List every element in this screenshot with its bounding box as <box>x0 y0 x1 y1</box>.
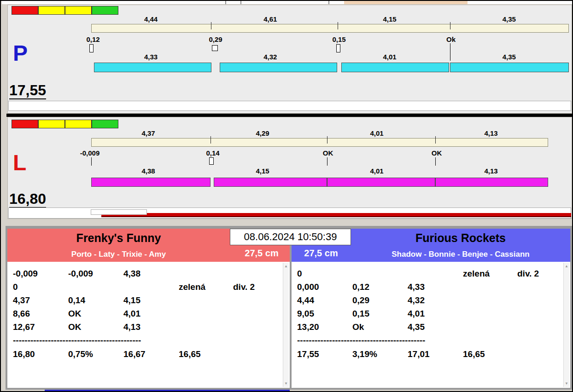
result-separator: ----------------------------------------… <box>297 334 564 347</box>
cell: zelená <box>179 280 233 294</box>
lane-l-bar-segment <box>214 178 327 187</box>
team-left-panel: Frenky's Funny Porto - Laty - Trixie - A… <box>7 229 290 388</box>
cell: 0,000 <box>297 280 352 294</box>
bar-tick <box>210 136 211 144</box>
lane-l-label: L <box>13 152 26 174</box>
segment-time: 4,61 <box>210 15 330 23</box>
exchange-value: OK <box>428 149 445 157</box>
cell: 4,44 <box>297 294 352 307</box>
segment-time: 4,13 <box>434 167 548 175</box>
cell <box>352 267 408 280</box>
team-right-panel: Furious Rockets 27,5 cm Shadow - Bonnie … <box>292 229 570 388</box>
cell <box>463 280 517 294</box>
lane-l-top-split-times: 4,37 4,29 4,01 4,13 <box>91 129 548 137</box>
cell <box>68 280 123 294</box>
status-light-yellow <box>38 120 65 128</box>
cell: 4,01 <box>408 307 463 320</box>
cell: zelená <box>463 267 517 280</box>
cell: 4,13 <box>123 320 179 334</box>
result-row: 0,0000,124,33 <box>297 280 564 294</box>
team-right-scrollbar[interactable]: ▲ ▼ <box>563 263 569 387</box>
team-right-name: Furious Rockets <box>351 231 570 245</box>
cell: Ok <box>352 320 408 334</box>
cell: 16,65 <box>463 347 517 361</box>
team-right-dogs: Shadow - Bonnie - Benjee - Cassiann <box>351 250 570 259</box>
exchange-value: 0,29 <box>205 35 226 43</box>
cell: 4,15 <box>123 294 179 307</box>
lane-l-status-lights <box>12 120 118 128</box>
segment-time: 4,29 <box>205 129 320 137</box>
cell: 0,15 <box>352 307 408 320</box>
cell: 0 <box>297 267 352 280</box>
cell <box>517 307 564 320</box>
top-tab-mark <box>240 1 241 4</box>
cell: 4,01 <box>123 307 179 320</box>
cell: 16,80 <box>13 347 68 361</box>
cell: OK <box>68 320 123 334</box>
scroll-down-icon[interactable]: ▼ <box>565 381 568 386</box>
cell <box>233 320 283 334</box>
lane-l-bottom-split-times: 4,38 4,15 4,01 4,13 <box>91 167 548 175</box>
bar-tick <box>211 22 211 29</box>
lane-p-bar-segment <box>220 63 337 72</box>
team-left-height-badge: 27,5 cm <box>236 248 287 259</box>
result-row: -0,009-0,0094,38 <box>13 267 283 280</box>
scroll-up-icon[interactable]: ▲ <box>284 264 288 268</box>
cell: 16,67 <box>123 347 179 361</box>
cell <box>517 294 564 307</box>
cell <box>463 320 517 334</box>
cell <box>233 294 283 307</box>
cell: 4,37 <box>13 294 68 307</box>
bar-tick <box>338 22 338 29</box>
exchange-marker <box>209 157 214 165</box>
cell <box>463 307 517 320</box>
top-tab-mark <box>328 1 329 4</box>
cell: 0,29 <box>352 294 408 307</box>
exchange-ok-line <box>91 157 92 166</box>
status-light-green <box>92 6 118 15</box>
status-light-yellow <box>38 6 65 15</box>
segment-time: 4,38 <box>91 167 205 175</box>
team-left-name: Frenky's Funny <box>7 231 230 245</box>
segment-time: 4,37 <box>91 129 205 137</box>
cell: 17,01 <box>408 347 463 361</box>
scroll-up-icon[interactable]: ▲ <box>565 264 568 268</box>
bottom-accent-bar <box>45 390 290 392</box>
cell <box>517 280 564 294</box>
cell: 0,75% <box>68 347 123 361</box>
segment-time: 4,32 <box>210 53 330 61</box>
cell <box>463 294 517 307</box>
cell <box>179 320 233 334</box>
cell <box>123 280 179 294</box>
team-left-scrollbar[interactable]: ▲ ▼ <box>283 263 289 387</box>
lane-l-bar-segment <box>327 178 435 187</box>
result-row: 12,67OK4,13 <box>13 320 283 334</box>
result-row: 9,050,154,01 <box>297 307 564 320</box>
cell <box>233 307 283 320</box>
top-tab-mark <box>225 1 226 4</box>
cell: 0,14 <box>68 294 123 307</box>
cell: 0,12 <box>352 280 408 294</box>
exchange-marker <box>336 44 340 52</box>
segment-time: 4,33 <box>91 53 210 61</box>
segment-time: 4,15 <box>330 15 450 23</box>
cell: -0,009 <box>13 267 68 280</box>
segment-time: 4,44 <box>91 15 210 23</box>
exchange-marker <box>89 44 94 52</box>
cell <box>233 267 283 280</box>
cell: 9,05 <box>297 307 352 320</box>
cell <box>179 294 233 307</box>
lane-p-top-bar <box>91 24 569 33</box>
status-light-red <box>12 120 38 128</box>
bar-tick <box>435 136 436 144</box>
status-light-red <box>12 6 38 15</box>
exchange-value: OK <box>320 149 336 157</box>
race-timestamp: 08.06.2024 10:50:39 <box>230 229 351 245</box>
lane-p-status-lights <box>12 6 118 15</box>
scroll-down-icon[interactable]: ▼ <box>284 381 288 386</box>
lane-p-bar-segment <box>450 63 569 72</box>
cell <box>179 307 233 320</box>
cell: 4,38 <box>123 267 179 280</box>
segment-time: 4,01 <box>320 167 434 175</box>
team-left-dogs: Porto - Laty - Trixie - Amy <box>7 250 230 259</box>
